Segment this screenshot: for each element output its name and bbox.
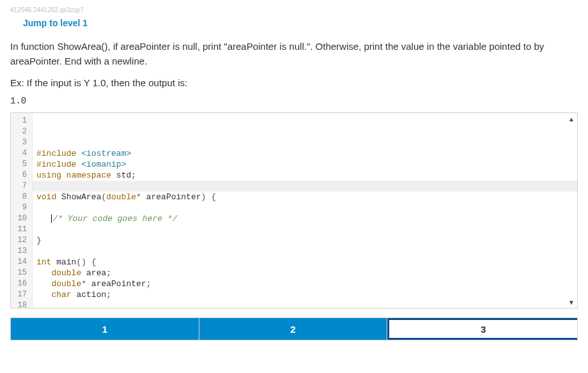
code-area[interactable]: #include <iostream>#include <iomanip>usi… (33, 113, 577, 308)
code-line[interactable]: #include <iostream> (36, 148, 573, 159)
code-line[interactable] (36, 202, 573, 213)
line-number: 10 (13, 213, 27, 224)
line-number: 2 (13, 126, 27, 137)
example-label: Ex: If the input is Y 1.0, then the outp… (10, 77, 578, 88)
line-number: 12 (13, 235, 27, 246)
code-line[interactable] (36, 300, 573, 308)
line-number: 7 (13, 181, 27, 192)
line-number: 17 (13, 289, 27, 300)
code-line[interactable]: void ShowArea(double* areaPointer) { (36, 192, 573, 202)
line-number: 6 (13, 170, 27, 181)
code-line[interactable]: double area; (36, 268, 573, 278)
line-number: 18 (13, 300, 27, 308)
line-number: 5 (13, 159, 27, 170)
code-line[interactable]: int main() { (36, 257, 573, 268)
activity-id-label: 412546.2441262.qx3zqy7 (10, 6, 578, 13)
line-number: 13 (13, 246, 27, 257)
level-tabs: 123 (10, 317, 578, 340)
level-tab-3[interactable]: 3 (387, 318, 577, 340)
code-line[interactable] (36, 246, 573, 257)
problem-description: In function ShowArea(), if areaPointer i… (10, 40, 578, 68)
code-editor[interactable]: ▲ ▼ 123456789101112131415161718 #include… (10, 112, 578, 308)
line-number: 15 (13, 268, 27, 278)
line-number-gutter: 123456789101112131415161718 (11, 113, 33, 308)
code-line[interactable]: char action; (36, 289, 573, 300)
line-number: 16 (13, 278, 27, 289)
line-number: 1 (13, 116, 27, 126)
level-tab-2[interactable]: 2 (199, 318, 388, 340)
code-line[interactable] (36, 224, 573, 235)
level-tab-1[interactable]: 1 (11, 318, 199, 340)
line-number: 14 (13, 257, 27, 268)
line-number: 3 (13, 137, 27, 148)
line-number: 8 (13, 192, 27, 202)
code-line[interactable]: /* Your code goes here */ (36, 213, 573, 224)
example-output: 1.0 (10, 96, 578, 106)
code-line[interactable]: using namespace std; (36, 170, 573, 181)
jump-to-level-link[interactable]: Jump to level 1 (23, 18, 88, 28)
line-number: 4 (13, 148, 27, 159)
code-line[interactable]: } (36, 235, 573, 246)
line-number: 9 (13, 202, 27, 213)
code-line[interactable]: double* areaPointer; (36, 278, 573, 289)
code-line[interactable]: #include <iomanip> (36, 159, 573, 170)
line-number: 11 (13, 224, 27, 235)
code-line[interactable] (36, 181, 573, 192)
